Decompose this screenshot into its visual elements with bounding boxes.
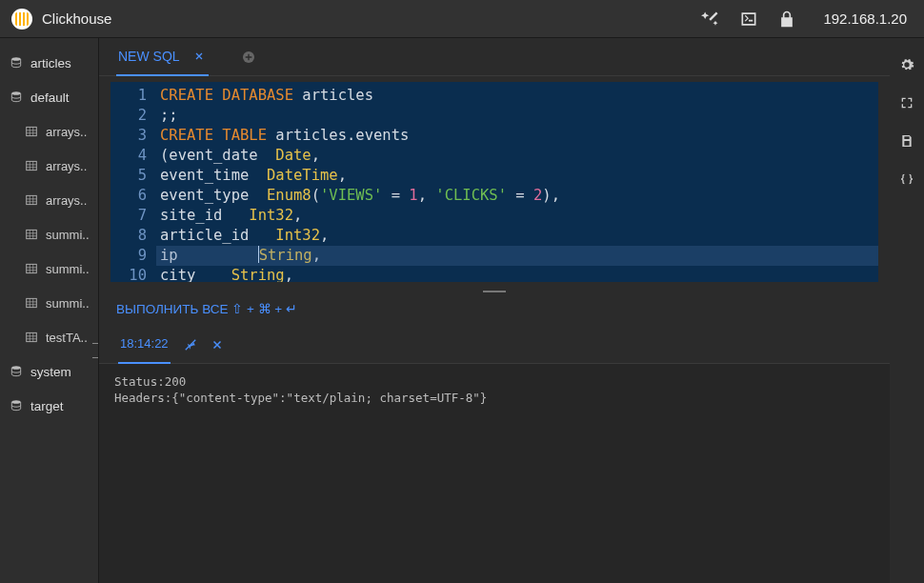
sql-editor[interactable]: 123456789101112131415 CREATE DATABASE ar… — [110, 82, 878, 282]
svg-rect-2 — [27, 127, 37, 135]
content: NEW SQL 123456789101112131415 CREATE DAT… — [99, 38, 924, 583]
add-tab-icon[interactable] — [241, 50, 256, 65]
editor-wrap: 123456789101112131415 CREATE DATABASE ar… — [99, 76, 890, 282]
lock-icon[interactable] — [777, 10, 796, 29]
table-label: arrays.. — [46, 193, 87, 208]
main-area: articlesdefaultarrays..arrays..arrays..s… — [0, 38, 924, 583]
svg-point-10 — [11, 400, 20, 404]
result-time: 18:14:22 — [120, 336, 169, 351]
table-label: summi.. — [46, 296, 90, 311]
sidebar-db-system[interactable]: system — [0, 354, 98, 389]
db-label: articles — [30, 56, 71, 70]
sidebar-table[interactable]: testTA.. — [0, 320, 98, 354]
terminal-icon[interactable] — [739, 10, 758, 29]
sidebar-table[interactable]: arrays.. — [0, 114, 98, 149]
tab-bar: NEW SQL — [99, 38, 890, 76]
sidebar-table[interactable]: arrays.. — [0, 183, 98, 217]
tab-new-sql[interactable]: NEW SQL — [116, 38, 209, 76]
table-label: arrays.. — [46, 159, 87, 173]
table-label: summi.. — [46, 228, 90, 242]
sidebar-db-target[interactable]: target — [0, 389, 98, 423]
svg-rect-8 — [27, 332, 37, 341]
sidebar: articlesdefaultarrays..arrays..arrays..s… — [0, 38, 99, 583]
svg-rect-4 — [27, 195, 37, 204]
gear-icon[interactable] — [899, 57, 914, 72]
sidebar-db-articles[interactable]: articles — [0, 46, 98, 80]
host-ip: 192.168.1.20 — [823, 10, 907, 27]
svg-point-0 — [11, 57, 20, 61]
sidebar-table[interactable]: arrays.. — [0, 149, 98, 183]
run-all-button[interactable]: ВЫПОЛНИТЬ ВСЕ ⇧ + ⌘ + ↵ — [99, 301, 890, 326]
result-output[interactable]: Status:200 Headers:{"content-type":"text… — [99, 364, 890, 583]
editor-column: NEW SQL 123456789101112131415 CREATE DAT… — [99, 38, 890, 583]
line-gutter: 123456789101112131415 — [110, 82, 156, 282]
db-label: default — [30, 90, 70, 105]
result-tab[interactable]: 18:14:22 — [118, 326, 171, 364]
close-icon[interactable] — [193, 50, 205, 62]
sidebar-db-default[interactable]: default — [0, 80, 98, 114]
close-icon[interactable] — [211, 338, 224, 352]
sidebar-table[interactable]: summi.. — [0, 251, 98, 286]
braces-icon[interactable] — [899, 171, 914, 187]
top-bar: Clickhouse 192.168.1.20 — [0, 0, 924, 38]
app-logo — [11, 9, 32, 30]
sidebar-table[interactable]: summi.. — [0, 286, 98, 320]
svg-rect-5 — [27, 230, 37, 238]
svg-rect-7 — [27, 298, 37, 307]
sidebar-table[interactable]: summi.. — [0, 217, 98, 251]
unpin-icon[interactable] — [184, 338, 197, 352]
table-label: arrays.. — [46, 125, 87, 139]
table-label: summi.. — [46, 262, 90, 276]
fullscreen-icon[interactable] — [899, 95, 914, 111]
db-label: system — [30, 365, 71, 379]
app-title: Clickhouse — [42, 10, 111, 27]
result-tab-bar: 18:14:22 — [99, 326, 890, 364]
code-area[interactable]: CREATE DATABASE articles;;CREATE TABLE a… — [156, 82, 878, 282]
run-all-label: ВЫПОЛНИТЬ ВСЕ ⇧ + ⌘ + ↵ — [116, 302, 297, 316]
svg-rect-3 — [27, 161, 37, 170]
db-label: target — [30, 399, 64, 413]
svg-point-1 — [11, 91, 20, 95]
active-line-highlight — [156, 246, 878, 266]
svg-point-9 — [11, 366, 20, 370]
right-toolstrip — [890, 38, 924, 583]
sidebar-resize-handle[interactable] — [92, 343, 99, 358]
table-label: testTA.. — [46, 331, 88, 345]
tab-label: NEW SQL — [118, 49, 180, 64]
svg-rect-6 — [27, 264, 37, 272]
save-icon[interactable] — [899, 133, 914, 149]
horizontal-split-handle[interactable] — [99, 282, 890, 301]
magic-icon[interactable] — [701, 10, 720, 29]
